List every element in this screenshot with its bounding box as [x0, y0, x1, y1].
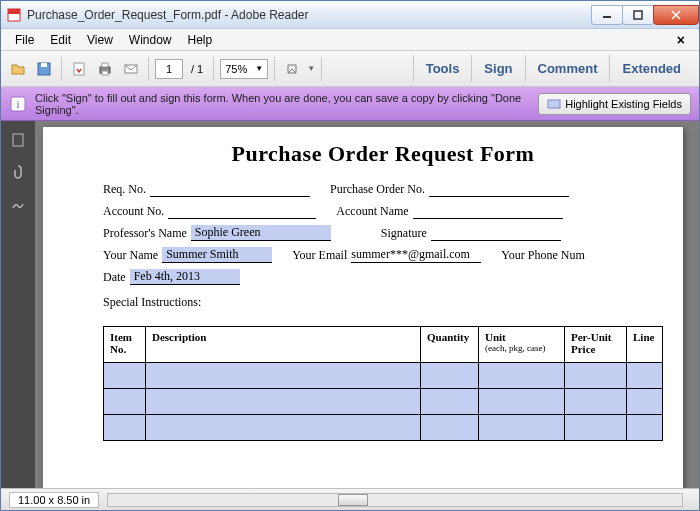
maximize-button[interactable] — [622, 5, 654, 25]
label-prof-name: Professor's Name — [103, 226, 187, 241]
field-your-email[interactable]: summer***@gmail.com — [351, 247, 481, 263]
page-total-label: / 1 — [187, 63, 207, 75]
label-your-name: Your Name — [103, 248, 158, 263]
extended-button[interactable]: Extended — [609, 55, 693, 82]
cell-description[interactable] — [146, 415, 421, 441]
cell-description[interactable] — [146, 389, 421, 415]
cell-item-no[interactable] — [104, 389, 146, 415]
th-quantity: Quantity — [421, 327, 479, 363]
close-button[interactable] — [653, 5, 699, 25]
line-items-table: Item No. Description Quantity Unit(each,… — [103, 326, 663, 441]
th-per-unit: Per-Unit Price — [565, 327, 627, 363]
print-icon[interactable] — [94, 58, 116, 80]
status-bar: 11.00 x 8.50 in — [1, 488, 699, 510]
cell-quantity[interactable] — [421, 389, 479, 415]
thumbnails-icon[interactable] — [9, 131, 27, 149]
cell-line[interactable] — [627, 415, 663, 441]
navigation-pane — [1, 121, 35, 488]
zoom-select[interactable]: 75%▼ — [220, 59, 268, 79]
field-account-no[interactable] — [168, 203, 316, 219]
label-po-no: Purchase Order No. — [330, 182, 425, 197]
label-req-no: Req. No. — [103, 182, 146, 197]
svg-rect-10 — [102, 63, 108, 67]
form-title: Purchase Order Request Form — [103, 141, 663, 167]
page-number-input[interactable] — [155, 59, 183, 79]
table-row — [104, 415, 663, 441]
th-line: Line — [627, 327, 663, 363]
svg-rect-11 — [102, 71, 108, 75]
export-pdf-icon[interactable] — [68, 58, 90, 80]
label-your-phone: Your Phone Num — [501, 248, 584, 263]
save-icon[interactable] — [33, 58, 55, 80]
cell-item-no[interactable] — [104, 363, 146, 389]
signatures-icon[interactable] — [9, 195, 27, 213]
svg-rect-15 — [548, 100, 560, 108]
horizontal-scrollbar[interactable] — [107, 493, 683, 507]
window-title: Purchase_Order_Request_Form.pdf - Adobe … — [27, 8, 592, 22]
pdf-page: Purchase Order Request Form Req. No. Pur… — [43, 127, 683, 488]
sign-button[interactable]: Sign — [471, 55, 524, 82]
th-unit: Unit(each, pkg, case) — [479, 327, 565, 363]
highlight-fields-button[interactable]: Highlight Existing Fields — [538, 93, 691, 115]
field-date[interactable]: Feb 4th, 2013 — [130, 269, 240, 285]
comment-button[interactable]: Comment — [525, 55, 610, 82]
menu-file[interactable]: File — [7, 31, 42, 49]
minimize-button[interactable] — [591, 5, 623, 25]
label-signature: Signature — [381, 226, 427, 241]
open-icon[interactable] — [7, 58, 29, 80]
svg-rect-1 — [8, 9, 20, 14]
menu-view[interactable]: View — [79, 31, 121, 49]
label-date: Date — [103, 270, 126, 285]
field-account-name[interactable] — [413, 203, 563, 219]
cell-unit[interactable] — [479, 363, 565, 389]
window-controls — [592, 5, 699, 25]
table-row — [104, 363, 663, 389]
highlight-icon — [547, 97, 561, 111]
cell-per-unit[interactable] — [565, 415, 627, 441]
email-icon[interactable] — [120, 58, 142, 80]
cell-line[interactable] — [627, 389, 663, 415]
menu-window[interactable]: Window — [121, 31, 180, 49]
label-account-name: Account Name — [336, 204, 408, 219]
svg-rect-16 — [13, 134, 23, 146]
svg-text:i: i — [16, 98, 19, 110]
field-po-no[interactable] — [429, 181, 569, 197]
attachments-icon[interactable] — [9, 163, 27, 181]
tool-dropdown-icon[interactable] — [281, 58, 303, 80]
field-signature[interactable] — [431, 225, 561, 241]
th-item-no: Item No. — [104, 327, 146, 363]
cell-description[interactable] — [146, 363, 421, 389]
th-description: Description — [146, 327, 421, 363]
cell-per-unit[interactable] — [565, 363, 627, 389]
menu-help[interactable]: Help — [180, 31, 221, 49]
svg-rect-7 — [41, 63, 47, 67]
field-req-no[interactable] — [150, 181, 310, 197]
field-your-name[interactable]: Summer Smith — [162, 247, 272, 263]
title-bar: Purchase_Order_Request_Form.pdf - Adobe … — [1, 1, 699, 29]
sign-info-bar: i Click "Sign" to fill out and sign this… — [1, 87, 699, 121]
document-close-button[interactable]: × — [669, 30, 693, 50]
info-icon: i — [9, 95, 27, 113]
cell-item-no[interactable] — [104, 415, 146, 441]
table-row — [104, 389, 663, 415]
document-area[interactable]: Purchase Order Request Form Req. No. Pur… — [35, 121, 699, 488]
pdf-icon — [7, 8, 21, 22]
right-tool-panel: Tools Sign Comment Extended — [413, 55, 693, 82]
menu-edit[interactable]: Edit — [42, 31, 79, 49]
sign-message: Click "Sign" to fill out and sign this f… — [35, 92, 530, 116]
menu-bar: File Edit View Window Help × — [1, 29, 699, 51]
cell-unit[interactable] — [479, 389, 565, 415]
toolbar: / 1 75%▼ ▼ Tools Sign Comment Extended — [1, 51, 699, 87]
svg-rect-3 — [634, 11, 642, 19]
label-special: Special Instructions: — [103, 295, 201, 310]
field-prof-name[interactable]: Sophie Green — [191, 225, 331, 241]
cell-line[interactable] — [627, 363, 663, 389]
label-account-no: Account No. — [103, 204, 164, 219]
label-your-email: Your Email — [292, 248, 347, 263]
cell-unit[interactable] — [479, 415, 565, 441]
cell-quantity[interactable] — [421, 363, 479, 389]
tools-button[interactable]: Tools — [413, 55, 472, 82]
page-dimensions: 11.00 x 8.50 in — [9, 492, 99, 508]
cell-per-unit[interactable] — [565, 389, 627, 415]
cell-quantity[interactable] — [421, 415, 479, 441]
